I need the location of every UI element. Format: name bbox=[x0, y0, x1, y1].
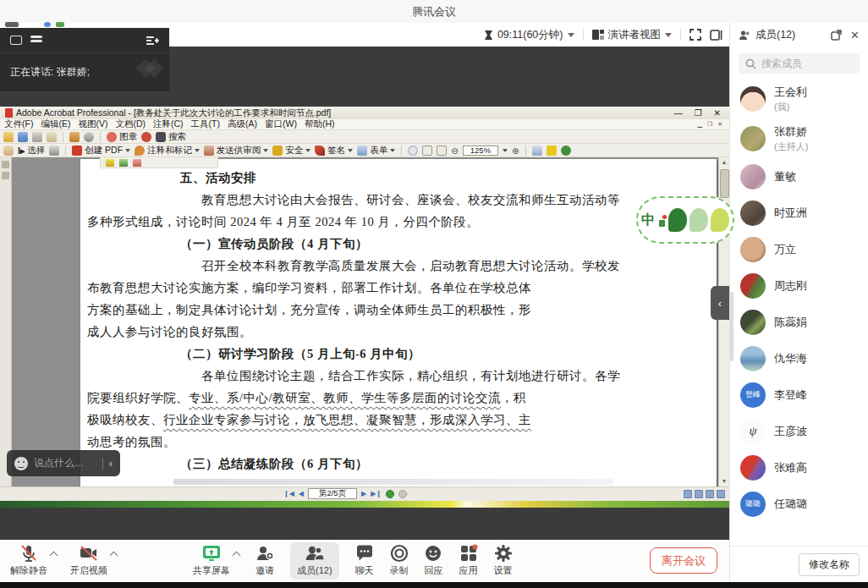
member-row[interactable]: 陈蕊娟 bbox=[730, 304, 868, 340]
first-page-icon[interactable]: ❙◀ bbox=[283, 490, 294, 497]
create-pdf-button[interactable]: 创建 PDF bbox=[72, 145, 130, 157]
previous-page-icon[interactable]: ◀ bbox=[299, 490, 304, 497]
zoom-level-field[interactable]: 125% bbox=[463, 146, 498, 156]
page-width-icon[interactable] bbox=[437, 146, 447, 156]
scroll-up-icon[interactable]: ▲ bbox=[719, 157, 729, 168]
search-tool-button[interactable]: 搜索 bbox=[156, 131, 186, 143]
page-fit-icon[interactable] bbox=[422, 146, 432, 156]
unmute-button[interactable]: 解除静音 bbox=[10, 544, 47, 577]
continuous-icon[interactable] bbox=[695, 490, 703, 498]
leave-meeting-button[interactable]: 离开会议 bbox=[650, 547, 717, 574]
menu-view[interactable]: 视图(V) bbox=[78, 118, 107, 130]
plugin-icon[interactable] bbox=[547, 146, 557, 156]
panel-collapse-handle[interactable]: ‹ bbox=[711, 286, 729, 320]
underline-tool-icon[interactable] bbox=[119, 159, 128, 167]
video-options-chevron[interactable] bbox=[110, 552, 118, 560]
chat-input-placeholder[interactable]: 说点什么... bbox=[34, 456, 96, 470]
member-row[interactable]: 董敏 bbox=[730, 158, 868, 195]
select-tool-button[interactable]: I▸ 选择 bbox=[18, 145, 45, 157]
page-indicator-field[interactable]: 第2/5页 bbox=[308, 488, 357, 499]
chat-quick-input[interactable]: 说点什么... ‹ bbox=[7, 450, 120, 476]
snapshot-tool-icon[interactable] bbox=[49, 146, 59, 156]
menu-help[interactable]: 帮助(H) bbox=[305, 118, 335, 130]
previous-view-button[interactable] bbox=[386, 490, 394, 498]
next-view-button[interactable] bbox=[398, 490, 407, 498]
meeting-duration-control[interactable]: 09:11(60分钟) bbox=[484, 28, 574, 42]
member-row[interactable]: 周志刚 bbox=[730, 267, 868, 304]
collapse-overlay-icon[interactable] bbox=[146, 36, 159, 46]
zoom-out-button[interactable]: ⊖ bbox=[451, 146, 459, 156]
close-panel-icon[interactable]: ✕ bbox=[850, 29, 860, 41]
react-button[interactable]: 回应 bbox=[425, 544, 443, 577]
apps-button[interactable]: 应用 bbox=[459, 544, 478, 577]
forms-button[interactable]: 表单 bbox=[357, 145, 395, 157]
open-icon[interactable] bbox=[3, 132, 14, 142]
start-video-button[interactable]: 开启视频 bbox=[70, 544, 107, 577]
single-page-icon[interactable] bbox=[684, 490, 692, 498]
sign-button[interactable]: 签名 bbox=[315, 145, 353, 157]
settings-button[interactable]: 设置 bbox=[494, 544, 513, 577]
invite-button[interactable]: 邀请 bbox=[255, 544, 274, 577]
organizer-icon[interactable] bbox=[69, 132, 80, 142]
menu-tools[interactable]: 工具(T) bbox=[191, 118, 220, 130]
scroll-down-icon[interactable]: ▼ bbox=[719, 476, 729, 486]
send-review-button[interactable]: 发送供审阅 bbox=[204, 145, 269, 157]
doc-restore-icon[interactable]: ❐ bbox=[707, 121, 712, 128]
menu-document[interactable]: 文档(D) bbox=[115, 118, 146, 130]
chat-button[interactable]: 聊天 bbox=[355, 544, 374, 577]
member-row[interactable]: 璐璐 任璐璐 bbox=[730, 486, 868, 522]
close-icon[interactable]: ✕ bbox=[714, 108, 721, 118]
member-row[interactable]: 仇华海 bbox=[730, 340, 868, 376]
menu-edit[interactable]: 编辑(E) bbox=[41, 118, 70, 130]
share-screen-button[interactable]: 共享屏幕 bbox=[193, 544, 230, 577]
member-row[interactable]: 万立 bbox=[730, 231, 868, 267]
facing-icon[interactable] bbox=[706, 490, 714, 498]
video-window-icon[interactable] bbox=[10, 36, 22, 45]
menu-file[interactable]: 文件(F) bbox=[4, 118, 33, 130]
stamp-tool-button[interactable]: 图章 bbox=[107, 131, 137, 143]
record-button[interactable]: 录制 bbox=[390, 544, 409, 577]
scrollbar-thumb[interactable] bbox=[720, 169, 729, 198]
fullscreen-button[interactable] bbox=[689, 29, 701, 41]
member-search-input[interactable]: 搜索成员 bbox=[739, 53, 860, 74]
web-icon[interactable] bbox=[141, 132, 151, 142]
rename-button[interactable]: 修改名称 bbox=[799, 553, 860, 576]
doc-minimize-icon[interactable]: ▁ bbox=[697, 121, 701, 128]
doc-close-icon[interactable]: ✕ bbox=[717, 121, 722, 128]
minimize-icon[interactable]: — bbox=[674, 108, 683, 118]
popout-panel-icon[interactable] bbox=[831, 30, 842, 41]
emoji-icon[interactable] bbox=[14, 457, 28, 470]
menu-advanced[interactable]: 高级(A) bbox=[228, 118, 257, 130]
share-options-chevron[interactable] bbox=[233, 552, 241, 560]
member-row[interactable]: 登峰 李登峰 bbox=[730, 376, 868, 413]
panel-scrollbar-thumb[interactable] bbox=[730, 292, 733, 361]
pdf-navigation-strip[interactable] bbox=[0, 157, 12, 486]
zoom-tool-icon[interactable] bbox=[408, 146, 418, 156]
security-button[interactable]: 安全 bbox=[272, 145, 310, 157]
save-icon[interactable] bbox=[18, 132, 28, 142]
member-row[interactable]: 王会利 (我) bbox=[730, 79, 868, 118]
acrobat-titlebar[interactable]: Adobe Acrobat Professional - [教务处关于此次大讨论… bbox=[0, 107, 729, 119]
member-row[interactable]: 时亚洲 bbox=[730, 195, 868, 231]
help-plugin-icon[interactable] bbox=[561, 146, 571, 156]
restore-icon[interactable]: ❐ bbox=[695, 108, 702, 118]
menu-comments[interactable]: 注释(C) bbox=[153, 118, 184, 130]
member-row[interactable]: 张群娇 (主持人) bbox=[730, 118, 868, 158]
continuous-facing-icon[interactable] bbox=[717, 490, 725, 498]
member-row[interactable]: 张难高 bbox=[730, 449, 868, 486]
hand-tool-icon[interactable] bbox=[3, 146, 14, 156]
zoom-in-button[interactable]: ⊕ bbox=[512, 146, 519, 156]
collapse-chat-icon[interactable]: ‹ bbox=[109, 458, 113, 470]
print-icon[interactable] bbox=[32, 132, 42, 142]
attach-icon[interactable] bbox=[84, 132, 94, 142]
list-view-icon[interactable] bbox=[30, 36, 42, 45]
side-panel-toggle-button[interactable] bbox=[710, 30, 722, 41]
highlighter-icon[interactable] bbox=[106, 159, 114, 167]
mic-options-chevron[interactable] bbox=[50, 552, 58, 560]
member-row[interactable]: ψ 王彦波 bbox=[730, 413, 868, 449]
members-button[interactable]: 成员(12) bbox=[290, 542, 339, 580]
previous-view-icon[interactable] bbox=[532, 146, 542, 156]
email-icon[interactable] bbox=[47, 132, 57, 142]
view-mode-control[interactable]: 演讲者视图 bbox=[592, 28, 673, 42]
menu-window[interactable]: 窗口(W) bbox=[265, 118, 297, 130]
